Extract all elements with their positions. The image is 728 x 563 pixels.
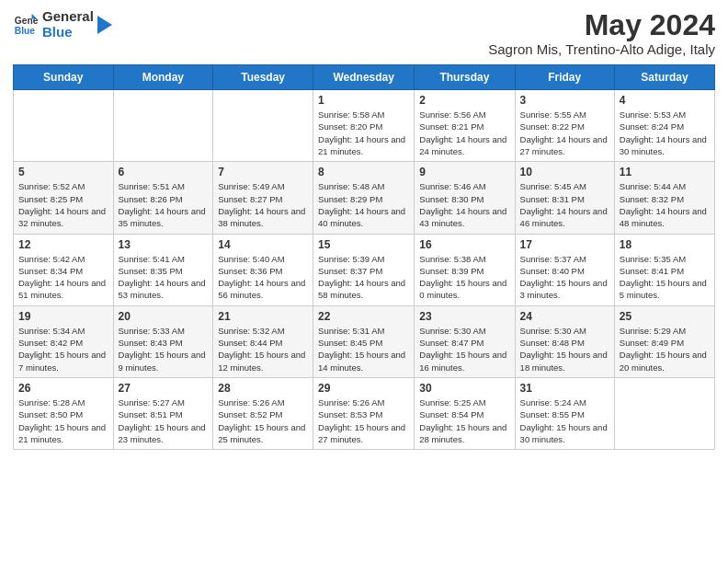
logo: General Blue General Blue bbox=[13, 9, 112, 40]
day-info: Sunrise: 5:30 AM Sunset: 8:48 PM Dayligh… bbox=[520, 325, 609, 373]
col-wednesday: Wednesday bbox=[313, 65, 415, 90]
day-number: 22 bbox=[318, 310, 409, 323]
header: General Blue General Blue May 2024 Sagro… bbox=[13, 9, 715, 57]
calendar-cell bbox=[113, 90, 213, 162]
day-info: Sunrise: 5:32 AM Sunset: 8:44 PM Dayligh… bbox=[218, 325, 308, 373]
calendar-cell: 8Sunrise: 5:48 AM Sunset: 8:29 PM Daylig… bbox=[313, 162, 415, 234]
day-number: 11 bbox=[620, 166, 710, 178]
calendar-cell: 10Sunrise: 5:45 AM Sunset: 8:31 PM Dayli… bbox=[515, 162, 614, 234]
day-number: 29 bbox=[318, 382, 409, 395]
day-number: 5 bbox=[18, 166, 108, 178]
day-number: 7 bbox=[218, 166, 308, 178]
col-sunday: Sunday bbox=[14, 65, 114, 90]
day-info: Sunrise: 5:26 AM Sunset: 8:52 PM Dayligh… bbox=[218, 396, 308, 445]
svg-text:Blue: Blue bbox=[15, 26, 36, 36]
calendar-cell: 9Sunrise: 5:46 AM Sunset: 8:30 PM Daylig… bbox=[415, 162, 515, 234]
calendar-cell: 19Sunrise: 5:34 AM Sunset: 8:42 PM Dayli… bbox=[14, 305, 114, 377]
day-number: 10 bbox=[520, 166, 609, 178]
day-info: Sunrise: 5:48 AM Sunset: 8:29 PM Dayligh… bbox=[318, 180, 409, 229]
header-row: Sunday Monday Tuesday Wednesday Thursday… bbox=[14, 65, 715, 90]
calendar-cell: 18Sunrise: 5:35 AM Sunset: 8:41 PM Dayli… bbox=[614, 234, 714, 305]
day-info: Sunrise: 5:27 AM Sunset: 8:51 PM Dayligh… bbox=[119, 396, 209, 445]
calendar-cell: 31Sunrise: 5:24 AM Sunset: 8:55 PM Dayli… bbox=[515, 377, 614, 449]
calendar-cell: 28Sunrise: 5:26 AM Sunset: 8:52 PM Dayli… bbox=[213, 377, 313, 449]
calendar-cell: 30Sunrise: 5:25 AM Sunset: 8:54 PM Dayli… bbox=[415, 377, 515, 449]
day-number: 23 bbox=[419, 310, 509, 323]
day-number: 26 bbox=[18, 382, 108, 395]
day-info: Sunrise: 5:46 AM Sunset: 8:30 PM Dayligh… bbox=[419, 180, 509, 229]
day-number: 3 bbox=[520, 94, 609, 107]
logo-icon: General Blue bbox=[13, 12, 39, 38]
day-info: Sunrise: 5:52 AM Sunset: 8:25 PM Dayligh… bbox=[18, 180, 108, 229]
week-row-3: 12Sunrise: 5:42 AM Sunset: 8:34 PM Dayli… bbox=[14, 234, 715, 305]
day-info: Sunrise: 5:30 AM Sunset: 8:47 PM Dayligh… bbox=[419, 325, 509, 373]
day-info: Sunrise: 5:53 AM Sunset: 8:24 PM Dayligh… bbox=[620, 109, 710, 157]
day-number: 14 bbox=[218, 238, 308, 251]
svg-marker-3 bbox=[97, 16, 112, 34]
col-friday: Friday bbox=[515, 65, 614, 90]
calendar-body: 1Sunrise: 5:58 AM Sunset: 8:20 PM Daylig… bbox=[14, 90, 715, 450]
col-tuesday: Tuesday bbox=[213, 65, 313, 90]
calendar-cell: 16Sunrise: 5:38 AM Sunset: 8:39 PM Dayli… bbox=[415, 234, 515, 305]
day-number: 17 bbox=[520, 238, 609, 251]
day-info: Sunrise: 5:56 AM Sunset: 8:21 PM Dayligh… bbox=[419, 109, 509, 157]
calendar-cell: 21Sunrise: 5:32 AM Sunset: 8:44 PM Dayli… bbox=[213, 305, 313, 377]
calendar-cell: 1Sunrise: 5:58 AM Sunset: 8:20 PM Daylig… bbox=[313, 90, 415, 162]
day-number: 16 bbox=[419, 238, 509, 251]
day-number: 9 bbox=[419, 166, 509, 178]
calendar-cell: 5Sunrise: 5:52 AM Sunset: 8:25 PM Daylig… bbox=[14, 162, 114, 234]
day-info: Sunrise: 5:38 AM Sunset: 8:39 PM Dayligh… bbox=[419, 253, 509, 302]
day-info: Sunrise: 5:44 AM Sunset: 8:32 PM Dayligh… bbox=[620, 180, 710, 229]
day-info: Sunrise: 5:55 AM Sunset: 8:22 PM Dayligh… bbox=[520, 109, 609, 157]
day-number: 2 bbox=[419, 94, 509, 107]
calendar-cell: 4Sunrise: 5:53 AM Sunset: 8:24 PM Daylig… bbox=[614, 90, 714, 162]
week-row-4: 19Sunrise: 5:34 AM Sunset: 8:42 PM Dayli… bbox=[14, 305, 715, 377]
col-monday: Monday bbox=[113, 65, 213, 90]
calendar-cell: 25Sunrise: 5:29 AM Sunset: 8:49 PM Dayli… bbox=[614, 305, 714, 377]
logo-arrow-icon bbox=[97, 16, 112, 34]
day-info: Sunrise: 5:25 AM Sunset: 8:54 PM Dayligh… bbox=[419, 396, 509, 445]
calendar-cell: 29Sunrise: 5:26 AM Sunset: 8:53 PM Dayli… bbox=[313, 377, 415, 449]
day-number: 20 bbox=[119, 310, 209, 323]
day-info: Sunrise: 5:49 AM Sunset: 8:27 PM Dayligh… bbox=[218, 180, 308, 229]
day-number: 30 bbox=[419, 382, 509, 395]
day-number: 13 bbox=[119, 238, 209, 251]
day-info: Sunrise: 5:26 AM Sunset: 8:53 PM Dayligh… bbox=[318, 396, 409, 445]
day-number: 27 bbox=[119, 382, 209, 395]
calendar-cell: 24Sunrise: 5:30 AM Sunset: 8:48 PM Dayli… bbox=[515, 305, 614, 377]
calendar-cell bbox=[213, 90, 313, 162]
day-number: 4 bbox=[620, 94, 710, 107]
day-info: Sunrise: 5:29 AM Sunset: 8:49 PM Dayligh… bbox=[620, 325, 710, 373]
main-title: May 2024 bbox=[488, 9, 715, 41]
day-info: Sunrise: 5:31 AM Sunset: 8:45 PM Dayligh… bbox=[318, 325, 409, 373]
day-info: Sunrise: 5:24 AM Sunset: 8:55 PM Dayligh… bbox=[520, 396, 609, 445]
day-number: 19 bbox=[18, 310, 108, 323]
calendar-cell bbox=[614, 377, 714, 449]
week-row-5: 26Sunrise: 5:28 AM Sunset: 8:50 PM Dayli… bbox=[14, 377, 715, 449]
day-number: 1 bbox=[318, 94, 409, 107]
calendar-cell: 26Sunrise: 5:28 AM Sunset: 8:50 PM Dayli… bbox=[14, 377, 114, 449]
day-info: Sunrise: 5:42 AM Sunset: 8:34 PM Dayligh… bbox=[18, 253, 108, 302]
day-info: Sunrise: 5:39 AM Sunset: 8:37 PM Dayligh… bbox=[318, 253, 409, 302]
day-number: 12 bbox=[18, 238, 108, 251]
day-number: 21 bbox=[218, 310, 308, 323]
day-number: 24 bbox=[520, 310, 609, 323]
day-number: 28 bbox=[218, 382, 308, 395]
calendar-table: Sunday Monday Tuesday Wednesday Thursday… bbox=[13, 64, 715, 450]
calendar-cell: 22Sunrise: 5:31 AM Sunset: 8:45 PM Dayli… bbox=[313, 305, 415, 377]
day-info: Sunrise: 5:41 AM Sunset: 8:35 PM Dayligh… bbox=[119, 253, 209, 302]
calendar-cell: 3Sunrise: 5:55 AM Sunset: 8:22 PM Daylig… bbox=[515, 90, 614, 162]
day-number: 25 bbox=[620, 310, 710, 323]
day-info: Sunrise: 5:58 AM Sunset: 8:20 PM Dayligh… bbox=[318, 109, 409, 157]
day-number: 31 bbox=[520, 382, 609, 395]
day-info: Sunrise: 5:37 AM Sunset: 8:40 PM Dayligh… bbox=[520, 253, 609, 302]
day-number: 6 bbox=[119, 166, 209, 178]
day-info: Sunrise: 5:33 AM Sunset: 8:43 PM Dayligh… bbox=[119, 325, 209, 373]
logo-line2: Blue bbox=[42, 25, 94, 40]
calendar-cell: 11Sunrise: 5:44 AM Sunset: 8:32 PM Dayli… bbox=[614, 162, 714, 234]
day-number: 8 bbox=[318, 166, 409, 178]
calendar-cell: 12Sunrise: 5:42 AM Sunset: 8:34 PM Dayli… bbox=[14, 234, 114, 305]
calendar-cell: 17Sunrise: 5:37 AM Sunset: 8:40 PM Dayli… bbox=[515, 234, 614, 305]
logo-line1: General bbox=[42, 9, 94, 25]
calendar-cell: 6Sunrise: 5:51 AM Sunset: 8:26 PM Daylig… bbox=[113, 162, 213, 234]
